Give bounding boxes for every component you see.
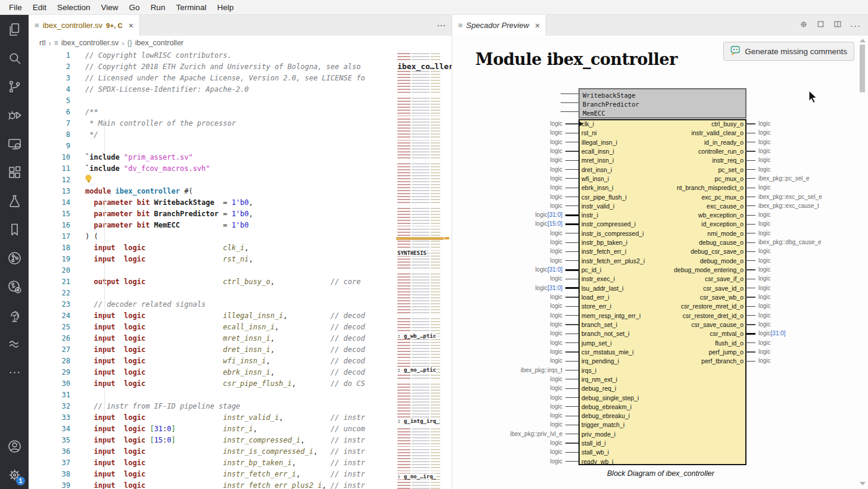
input-type-label: logic [550, 294, 562, 301]
line-number: 13 [29, 186, 85, 197]
output-stub-line [745, 242, 755, 243]
activity-icon-run-debug[interactable] [0, 101, 29, 129]
output-port-name: csr_restore_mret_id_o [681, 303, 743, 310]
code-line: 30 input logic csr_pipe_flush_i, // do C… [29, 378, 452, 390]
input-port-name: irq_nm_ext_i [581, 376, 617, 383]
input-type-label: logic [550, 348, 562, 356]
code-line: 27 input logic dret_insn_i, // decod [29, 344, 452, 356]
split-editor-icon[interactable] [833, 20, 842, 31]
input-stub-line [565, 388, 578, 389]
output-port-name: csr_save_wb_o [700, 294, 743, 301]
tab-ibex-controller[interactable]: ≡ ibex_controller.sv 9+, C × [29, 15, 140, 36]
menu-item-file[interactable]: File [4, 0, 27, 15]
output-type-label: logic [758, 139, 771, 146]
output-type-label: logic [758, 312, 771, 319]
line-number: 34 [29, 423, 85, 435]
input-stub-line [565, 197, 578, 197]
activity-icon-more-tools[interactable] [0, 358, 29, 387]
input-type-label: logic[31:0] [535, 266, 562, 273]
activity-icon-account[interactable] [0, 432, 29, 460]
generate-missing-comments-button[interactable]: Generate missing comments [723, 42, 854, 61]
panel-more-actions-icon[interactable]: ··· [850, 20, 861, 30]
minimap[interactable]: ibex_co…llerSYNTHESIS: g_wb_…ptic: g_no_… [396, 50, 444, 489]
editor-more-actions-icon[interactable]: ⋯ [437, 20, 446, 31]
input-type-label: logic [550, 412, 562, 419]
gear-icon[interactable] [799, 20, 808, 32]
code-line: 37 input logic instr_bp_taken_i, // inst… [29, 457, 452, 469]
output-port-name: ctrl_busy_o [711, 120, 743, 127]
code-line: 32 // instr from IF-ID pipeline stage [29, 401, 452, 412]
input-port-name: clk_i [581, 120, 594, 127]
preview-scrollbar-thumb[interactable] [860, 45, 865, 92]
output-port-name: exc_cause_o [707, 203, 743, 210]
activity-icon-remote-explorer[interactable] [0, 129, 29, 158]
output-stub-line [745, 269, 755, 270]
open-in-editor-icon[interactable] [816, 20, 825, 31]
activity-icon-bookmarks[interactable] [0, 215, 29, 244]
line-number: 35 [29, 435, 85, 446]
breadcrumb-item[interactable]: ibex_controller.sv [61, 39, 119, 47]
lightbulb-icon[interactable] [85, 175, 92, 183]
menu-item-run[interactable]: Run [145, 0, 171, 15]
line-content: input logic dret_insn_i, // decod [85, 344, 365, 356]
line-content: input logic csr_pipe_flush_i, // do CS [85, 378, 365, 390]
tab-close-icon[interactable]: × [129, 21, 133, 30]
menu-item-view[interactable]: View [96, 0, 124, 15]
breadcrumb-item[interactable]: rtl [39, 39, 45, 47]
line-number: 37 [29, 457, 85, 469]
output-port-name: id_in_ready_o [704, 139, 743, 146]
line-number: 5 [29, 95, 85, 107]
input-type-label: ibex_pkg::irqs_t [521, 367, 562, 374]
activity-icon-dependency-graph[interactable] [0, 244, 29, 272]
line-content: input logic instr_is_compressed_i, // in… [85, 446, 365, 457]
line-content: ) ( [85, 231, 98, 242]
activity-icon-settings[interactable]: 1 [0, 460, 29, 489]
input-type-label: logic [550, 394, 562, 401]
breadcrumb-item[interactable]: ibex_controller [135, 39, 183, 47]
activity-icon-waveform[interactable] [0, 329, 29, 358]
input-type-label: logic [550, 440, 562, 447]
line-number: 4 [29, 84, 85, 95]
menu-item-edit[interactable]: Edit [27, 0, 52, 15]
input-stub-line [565, 279, 578, 279]
tab-specador-preview[interactable]: ≡ Specador Preview × [452, 15, 546, 36]
activity-icon-extensions[interactable] [0, 158, 29, 186]
activity-icon-verification-tree[interactable] [0, 301, 29, 329]
input-stub-line [565, 406, 578, 407]
input-stub-line [565, 297, 578, 297]
input-port-name: stall_id_i [581, 440, 606, 447]
input-port-name: instr_is_compressed_i [581, 230, 643, 237]
output-port-name: instr_valid_clear_o [691, 129, 743, 136]
output-type-label: logic [758, 275, 771, 282]
input-stub-line [565, 315, 578, 316]
activity-icon-source-control[interactable] [0, 72, 29, 101]
editor-group: ≡ ibex_controller.sv 9+, C × ⋯ rtl›≡ibex… [29, 15, 452, 489]
input-stub-line [565, 379, 578, 379]
menu-item-selection[interactable]: Selection [52, 0, 96, 15]
code-line: 17) ( [29, 231, 452, 242]
input-type-label: logic[31:0] [535, 211, 562, 219]
preview-scrollbar[interactable] [860, 36, 865, 489]
activity-icon-component-viewer[interactable] [0, 272, 29, 301]
output-type-label: ibex_pkg::exc_pc_sel_e [758, 194, 822, 201]
specador-preview-panel: ≡ Specador Preview × ··· Module ibex_con… [452, 15, 868, 489]
scroll-down-arrow-icon[interactable] [860, 482, 866, 485]
line-content: `include "prim_assert.sv" [85, 152, 193, 163]
output-stub-line [745, 224, 755, 225]
scroll-up-arrow-icon[interactable] [860, 39, 866, 42]
line-content: */ [85, 129, 98, 141]
menu-item-help[interactable]: Help [211, 0, 239, 15]
activity-icon-explorer[interactable] [0, 15, 29, 43]
menu-item-terminal[interactable]: Terminal [170, 0, 211, 15]
editor-scrollbar[interactable] [444, 50, 452, 489]
code-editor[interactable]: 1// Copyright lowRISC contributors.2// C… [29, 50, 452, 489]
output-type-label: ibex_pkg::dbg_cause_e [758, 239, 822, 246]
output-port-name: csr_save_id_o [703, 285, 743, 292]
activity-icon-test-beaker[interactable] [0, 186, 29, 215]
activity-icon-search[interactable] [0, 43, 29, 72]
minimap-section-label: : g_wb_…ptic [397, 333, 436, 339]
menu-item-go[interactable]: Go [124, 0, 145, 15]
panel-tab-close-icon[interactable]: × [535, 21, 540, 30]
output-port-name: nt_branch_mispredict_o [677, 184, 743, 191]
editor-tab-bar: ≡ ibex_controller.sv 9+, C × ⋯ [29, 15, 452, 36]
